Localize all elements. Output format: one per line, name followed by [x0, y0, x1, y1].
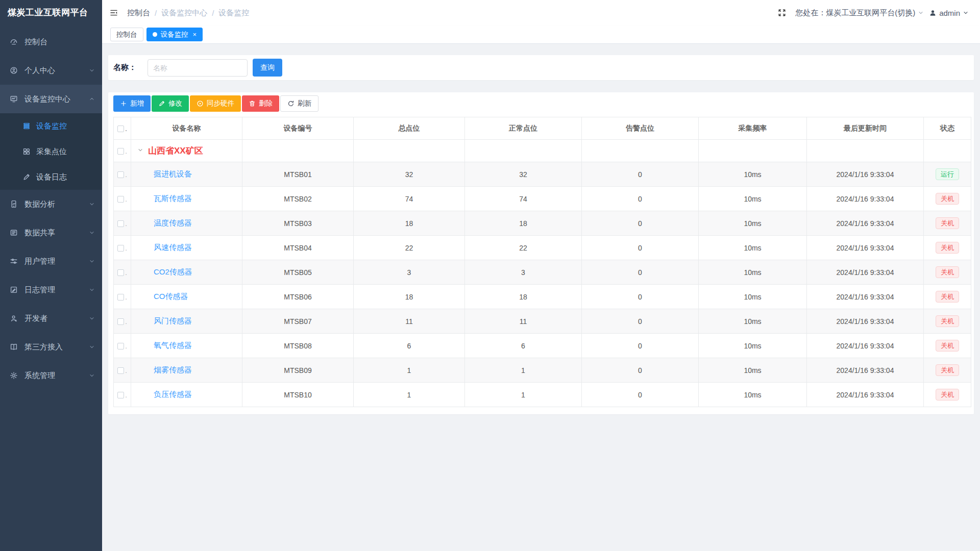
table-header-row: .设备名称设备编号总点位正常点位告警点位采集频率最后更新时间状态: [114, 117, 971, 140]
device-freq-cell: 10ms: [699, 211, 807, 236]
sidebar-item-label: 数据共享: [24, 228, 55, 238]
device-status-cell: 关机: [924, 236, 971, 260]
device-code-cell: MTSB04: [242, 236, 354, 260]
tab-0[interactable]: 控制台: [110, 28, 143, 41]
platform-switcher-label: 您处在：煤炭工业互联网平台(切换): [795, 8, 915, 18]
toolbar-button-3[interactable]: 删除: [242, 95, 279, 112]
row-select-checkbox[interactable]: [117, 245, 124, 252]
toolbar-button-4[interactable]: 刷新: [280, 95, 318, 112]
table-row: .风速传感器MTSB042222010ms2024/1/16 9:33:04关机: [114, 236, 971, 260]
status-badge: 关机: [936, 364, 959, 376]
device-link[interactable]: 风速传感器: [154, 243, 192, 252]
toolbar-button-0[interactable]: 新增: [113, 95, 151, 112]
sidebar-item-12[interactable]: 系统管理: [0, 361, 102, 390]
search-button[interactable]: 查询: [253, 59, 282, 77]
username: admin: [939, 9, 960, 17]
topbar: 控制台/设备监控中心/设备监控 您处在：煤炭工业互联网平台(切换) admin: [102, 0, 980, 26]
sidebar-item-8[interactable]: 用户管理: [0, 247, 102, 276]
device-status-cell: 关机: [924, 211, 971, 236]
pencil-icon: [158, 100, 165, 107]
sidebar-item-label: 设备监控: [36, 121, 67, 131]
sidebar-item-5[interactable]: 设备日志: [0, 164, 102, 190]
sidebar-item-3[interactable]: 设备监控: [0, 113, 102, 139]
user-menu[interactable]: admin: [929, 9, 969, 17]
device-updated-cell: 2024/1/16 9:33:04: [807, 358, 924, 383]
row-select-checkbox[interactable]: [117, 367, 124, 374]
sidebar-item-6[interactable]: 数据分析: [0, 190, 102, 218]
row-select-checkbox[interactable]: [117, 269, 124, 276]
chevron-up-icon: [89, 96, 95, 102]
platform-switcher[interactable]: 您处在：煤炭工业互联网平台(切换): [795, 8, 924, 18]
row-select-checkbox[interactable]: [117, 220, 124, 227]
select-all-checkbox[interactable]: [117, 126, 124, 132]
newspaper-icon: [10, 229, 18, 237]
sidebar-item-label: 控制台: [24, 37, 47, 47]
status-badge: 关机: [936, 389, 959, 400]
sidebar-item-2[interactable]: 设备监控中心: [0, 85, 102, 113]
device-total-cell: 6: [354, 334, 465, 358]
row-select-cell: .: [114, 236, 131, 260]
fullscreen-icon[interactable]: [778, 9, 786, 17]
row-select-checkbox[interactable]: [117, 392, 124, 398]
device-link[interactable]: 负压传感器: [154, 390, 192, 398]
chevron-down-icon[interactable]: [137, 147, 143, 153]
sidebar-item-9[interactable]: 日志管理: [0, 276, 102, 304]
chevron-down-icon: [89, 230, 95, 236]
sidebar-item-0[interactable]: 控制台: [0, 28, 102, 56]
close-icon[interactable]: ×: [193, 31, 197, 38]
sidebar-item-7[interactable]: 数据共享: [0, 218, 102, 247]
status-badge: 关机: [936, 315, 959, 327]
tab-label: 设备监控: [161, 30, 188, 39]
device-link[interactable]: 掘进机设备: [154, 169, 192, 178]
sidebar-item-label: 开发者: [24, 314, 47, 323]
toolbar-button-1[interactable]: 修改: [152, 95, 189, 112]
device-link[interactable]: 风门传感器: [154, 316, 192, 325]
column-header-2: 总点位: [354, 117, 465, 140]
row-select-checkbox[interactable]: [117, 318, 124, 325]
row-select-checkbox[interactable]: [117, 148, 124, 155]
device-link[interactable]: 氧气传感器: [154, 341, 192, 349]
row-select-checkbox[interactable]: [117, 196, 124, 203]
device-freq-cell: 10ms: [699, 236, 807, 260]
device-status-cell: 关机: [924, 358, 971, 383]
table-row: .烟雾传感器MTSB0911010ms2024/1/16 9:33:04关机: [114, 358, 971, 383]
device-link[interactable]: 烟雾传感器: [154, 365, 192, 374]
device-status-cell: 关机: [924, 285, 971, 309]
sidebar-item-4[interactable]: 采集点位: [0, 139, 102, 164]
tab-bar: 控制台设备监控×: [102, 26, 980, 44]
sidebar-item-11[interactable]: 第三方接入: [0, 333, 102, 361]
sidebar-item-1[interactable]: 个人中心: [0, 56, 102, 85]
tab-1[interactable]: 设备监控×: [146, 28, 203, 41]
device-code-cell: MTSB01: [242, 162, 354, 187]
device-link[interactable]: 温度传感器: [154, 218, 192, 227]
device-status-cell: 关机: [924, 383, 971, 407]
edit-square-icon: [10, 286, 18, 294]
device-link[interactable]: CO传感器: [154, 292, 188, 300]
tab-active-dot: [153, 32, 157, 37]
device-link[interactable]: 瓦斯传感器: [154, 194, 192, 203]
row-select-checkbox[interactable]: [117, 343, 124, 349]
toolbar-button-2[interactable]: 同步硬件: [190, 95, 241, 112]
device-code-cell: MTSB07: [242, 309, 354, 334]
device-link[interactable]: CO2传感器: [154, 267, 192, 276]
breadcrumb-item-1[interactable]: 设备监控中心: [161, 8, 207, 18]
row-select-checkbox[interactable]: [117, 171, 124, 178]
checkbox-dot: .: [125, 293, 127, 301]
group-empty-cell: [924, 140, 971, 162]
status-badge: 关机: [936, 266, 959, 278]
chevron-down-icon: [89, 201, 95, 207]
row-select-checkbox[interactable]: [117, 294, 124, 300]
device-alarm-cell: 0: [582, 309, 699, 334]
device-alarm-cell: 0: [582, 260, 699, 285]
device-normal-cell: 32: [465, 162, 582, 187]
sidebar-item-label: 设备日志: [36, 172, 67, 182]
sidebar-collapse-icon[interactable]: [110, 9, 118, 17]
toolbar-button-label: 同步硬件: [207, 99, 234, 108]
device-alarm-cell: 0: [582, 187, 699, 211]
breadcrumb-item-0[interactable]: 控制台: [127, 8, 150, 18]
name-filter-input[interactable]: [148, 59, 248, 77]
device-code-cell: MTSB06: [242, 285, 354, 309]
breadcrumb-item-2[interactable]: 设备监控: [218, 8, 249, 18]
sidebar-item-10[interactable]: 开发者: [0, 304, 102, 333]
row-select-cell: .: [114, 162, 131, 187]
